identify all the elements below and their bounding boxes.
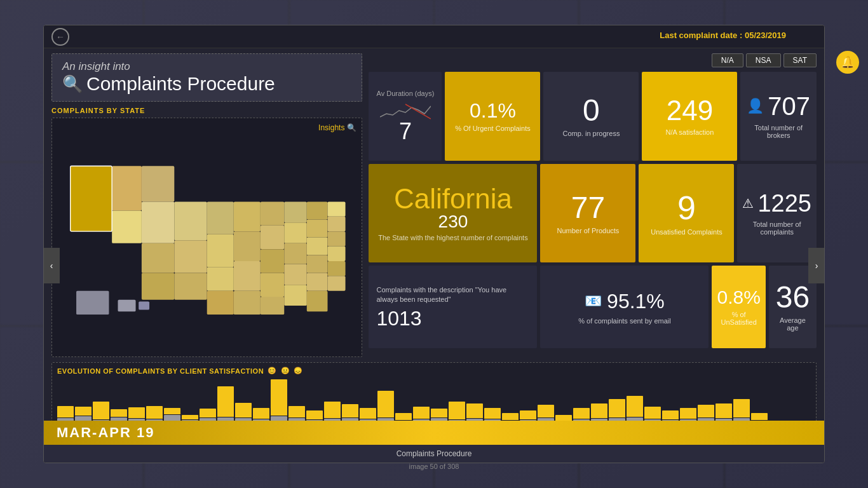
kpi-na-satisfaction: 249 N/A satisfaction: [642, 72, 737, 161]
last-complaint-info: Last complaint date : 05/23/2019: [660, 30, 786, 40]
kpi-num-products: 77 Number of Products: [540, 164, 635, 262]
nm-state: [174, 273, 207, 300]
brokers-value-row: 👤 707: [747, 93, 810, 119]
california-name: California: [394, 185, 512, 213]
svg-rect-3: [139, 301, 149, 309]
nav-arrow-right[interactable]: ›: [808, 248, 825, 283]
bar-segment-main: [324, 402, 341, 418]
bar-group: [324, 402, 341, 423]
oh-state: [307, 219, 328, 237]
bar-segment-main: [377, 391, 394, 418]
bar-segment-main: [413, 407, 430, 419]
back-button[interactable]: ←: [51, 28, 69, 46]
email-pct-label: % of complaints sent by email: [578, 317, 671, 325]
notification-bell[interactable]: 🔔: [836, 51, 859, 74]
bar-segment-main: [200, 409, 216, 417]
bar-segment-main: [306, 410, 323, 419]
urgent-value: 0.1%: [470, 100, 516, 121]
kpi-urgent: 0.1% % Of Urgent Complaints: [445, 72, 540, 161]
av-duration-chart: [380, 101, 431, 120]
bar-segment-main: [360, 408, 376, 419]
ar-state: [261, 273, 284, 297]
bar-segment-main: [217, 386, 234, 416]
washington-state: [142, 166, 174, 201]
bar-segment-main: [751, 413, 768, 420]
description-value: 1013: [376, 308, 421, 329]
svg-rect-1: [76, 291, 109, 315]
la-state: [261, 297, 284, 315]
smiley-sad: 😞: [294, 367, 303, 375]
unsatisfied-value: 9: [677, 191, 696, 224]
last-complaint-date: 05/23/2019: [745, 30, 786, 40]
bar-segment-main: [662, 410, 679, 419]
filter-btn-na[interactable]: N/A: [712, 53, 743, 67]
filter-buttons: N/A NSA SAT: [369, 53, 817, 67]
bar-segment-main: [502, 413, 519, 420]
bar-segment-main: [644, 407, 661, 419]
filter-btn-sat[interactable]: SAT: [783, 53, 817, 67]
bar-segment-main: [395, 413, 412, 420]
background: 🔔 ← Last complaint date : 05/23/2019 ‹ ›: [0, 0, 868, 488]
kpi-california: California 230 The State with the highes…: [369, 164, 537, 262]
bar-segment-main: [128, 407, 145, 418]
brokers-label: Total number of brokers: [745, 124, 811, 139]
bar-segment-main: [573, 408, 590, 419]
bar-group: [627, 396, 643, 423]
total-complaints-value: 1225: [757, 191, 811, 215]
bar-segment-main: [591, 403, 607, 419]
bar-segment-main: [484, 408, 501, 419]
unsatisfied-pct-value: 0.8%: [717, 288, 760, 307]
in-progress-label: Comp. in progress: [563, 130, 620, 137]
bar-segment-main: [698, 405, 714, 418]
sc-state: [307, 291, 328, 312]
bar-segment-main: [466, 403, 483, 419]
california-label: The State with the highest number of com…: [378, 234, 527, 241]
in-progress-value: 0: [583, 95, 600, 126]
arizona-state: [142, 273, 174, 300]
bar-group: [271, 379, 287, 423]
bar-group: [609, 399, 625, 423]
california-state: [71, 166, 112, 231]
bar-segment-main: [164, 408, 180, 414]
insights-label[interactable]: Insights 🔍: [318, 123, 356, 132]
na-satisfaction-label: N/A satisfaction: [666, 128, 714, 136]
bar-segment-main: [715, 403, 732, 419]
subtitle: An insight into: [62, 60, 351, 73]
map-container: Insights 🔍: [51, 118, 362, 357]
map-section: COMPLAINTS BY STATE Insights 🔍: [51, 107, 362, 357]
total-complaints-row: ⚠ 1225: [742, 191, 811, 215]
bar-segment-main: [75, 407, 92, 416]
bar-segment-main: [93, 402, 109, 419]
bar-segment-main: [235, 403, 252, 418]
bar-segment-main: [57, 406, 74, 418]
mo-state: [261, 249, 284, 273]
md-state: [328, 247, 346, 261]
evolution-label: EVOLUTION OF COMPLAINTS BY CLIENT SATISF…: [57, 367, 811, 375]
colorado-state: [174, 240, 207, 273]
tn-state: [284, 264, 307, 285]
wyoming-state: [207, 201, 234, 234]
modal-container: ← Last complaint date : 05/23/2019 ‹ › A…: [43, 25, 825, 463]
bar-segment-main: [627, 396, 643, 417]
california-number: 230: [438, 213, 468, 231]
bar-segment-main: [609, 399, 625, 417]
sd-state2: [234, 231, 261, 261]
ga-state: [328, 261, 346, 276]
brokers-value: 707: [768, 93, 810, 119]
kpi-description-complaints: Complaints with the description "You hav…: [369, 266, 537, 348]
bar-segment-main: [146, 406, 163, 419]
mi-state: [307, 201, 328, 219]
bar-segment-main: [733, 399, 750, 417]
bar-segment-main: [271, 379, 287, 416]
metrics-row-1: Av Duration (days) 7 0.1% % Of Urgent Co…: [369, 72, 817, 161]
us-map-svg: [52, 118, 362, 356]
bar-group: [449, 402, 465, 423]
tx-state: [207, 291, 234, 315]
bar-segment-main: [342, 404, 358, 417]
filter-btn-nsa[interactable]: NSA: [746, 53, 781, 67]
ms-state: [284, 285, 307, 306]
unsatisfied-pct-label: % of UnSatisfied: [717, 311, 760, 326]
left-panel: An insight into 🔍 Complaints Procedure C…: [51, 53, 362, 357]
nav-arrow-left[interactable]: ‹: [43, 248, 60, 283]
kpi-unsatisfied: 9 Unsatisfied Complaints: [639, 164, 734, 262]
